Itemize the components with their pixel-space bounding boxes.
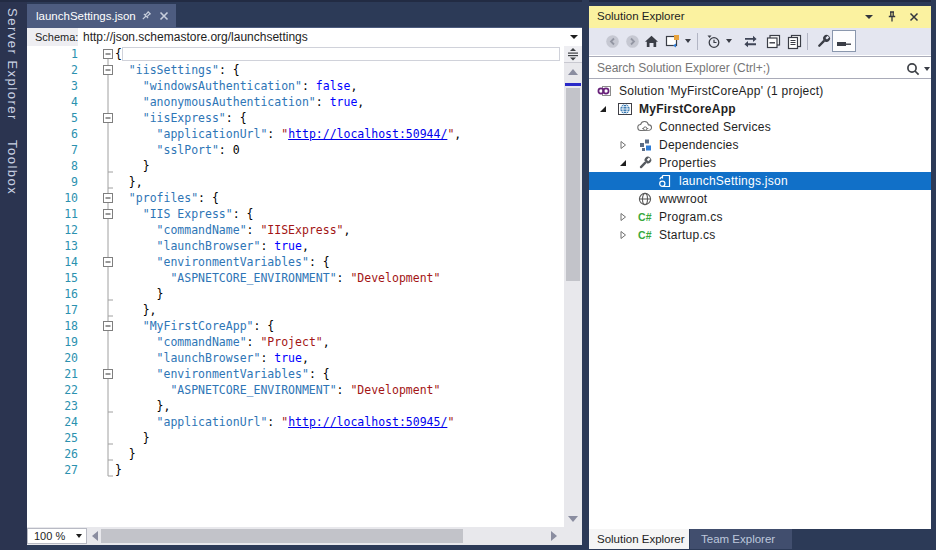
tree-item-properties[interactable]: Properties	[589, 154, 931, 172]
code-line[interactable]: },	[115, 174, 461, 190]
code-line[interactable]: }	[115, 286, 461, 302]
editor-vertical-scrollbar[interactable]	[564, 46, 582, 527]
chevron-down-icon[interactable]	[570, 35, 578, 39]
code-line[interactable]: "iisExpress": {	[115, 110, 461, 126]
code-line[interactable]: "anonymousAuthentication": true,	[115, 94, 461, 110]
code-line[interactable]: "applicationUrl": "http://localhost:5094…	[115, 126, 461, 142]
code-line[interactable]: "profiles": {	[115, 190, 461, 206]
tree-item-solution-myfirstcoreapp-1-project[interactable]: Solution 'MyFirstCoreApp' (1 project)	[589, 82, 931, 100]
code-line[interactable]: "sslPort": 0	[115, 142, 461, 158]
sidebar-tab-toolbox[interactable]: Toolbox	[5, 140, 20, 195]
search-box[interactable]: Search Solution Explorer (Ctrl+;)	[589, 56, 931, 79]
code-line[interactable]: }	[115, 446, 461, 462]
window-position-icon[interactable]	[861, 9, 877, 25]
code-token	[115, 63, 129, 77]
collapsed-arrow-icon[interactable]	[618, 230, 628, 240]
code-token: "Project"	[260, 335, 322, 349]
pending-changes-filter-icon[interactable]	[705, 33, 722, 50]
code-token: "ASPNETCORE_ENVIRONMENT"	[170, 383, 336, 397]
code-line[interactable]: "IIS Express": {	[115, 206, 461, 222]
tree-item-program-cs[interactable]: C#Program.cs	[589, 208, 931, 226]
tree-item-connected-services[interactable]: Connected Services	[589, 118, 931, 136]
search-icon[interactable]	[905, 61, 921, 77]
document-tab-launchsettings[interactable]: launchSettings.json	[27, 4, 176, 28]
code-token: ,	[302, 239, 309, 253]
horizontal-scrollbar-thumb[interactable]	[101, 529, 463, 543]
switch-views-icon[interactable]	[664, 33, 681, 50]
code-line[interactable]: {	[115, 46, 461, 62]
code-token: ,	[323, 335, 330, 349]
chevron-down-icon[interactable]	[726, 39, 732, 43]
pin-icon[interactable]	[884, 9, 900, 25]
code-token: "windowsAuthentication"	[143, 79, 302, 93]
code-token: false	[316, 79, 351, 93]
tree-item-startup-cs[interactable]: C#Startup.cs	[589, 226, 931, 244]
code-editor[interactable]: 1234567891011121314151617181920212223242…	[27, 46, 564, 527]
code-token: :	[219, 143, 233, 157]
solution-explorer-titlebar[interactable]: Solution Explorer	[589, 6, 931, 28]
scroll-right-arrow[interactable]	[551, 531, 557, 541]
close-icon[interactable]	[157, 9, 171, 23]
code-line[interactable]: "windowsAuthentication": false,	[115, 78, 461, 94]
forward-icon[interactable]	[624, 33, 641, 50]
scroll-left-arrow[interactable]	[92, 531, 98, 541]
search-input[interactable]: Search Solution Explorer (Ctrl+;)	[597, 61, 770, 75]
scroll-down-arrow[interactable]	[568, 516, 578, 522]
collapsed-arrow-icon[interactable]	[618, 212, 628, 222]
close-icon[interactable]	[906, 9, 922, 25]
chevron-down-icon[interactable]	[76, 534, 82, 538]
collapse-all-icon[interactable]	[765, 33, 782, 50]
dependencies-icon	[637, 137, 653, 153]
code-token: :	[302, 79, 316, 93]
code-token	[115, 271, 170, 285]
expanded-arrow-icon[interactable]	[618, 158, 628, 168]
tab-solution-explorer[interactable]: Solution Explorer	[589, 529, 689, 549]
code-line[interactable]: }	[115, 158, 461, 174]
code-line[interactable]: "ASPNETCORE_ENVIRONMENT": "Development"	[115, 270, 461, 286]
schema-combobox[interactable]: http://json.schemastore.org/launchsettin…	[78, 28, 582, 46]
code-line[interactable]: "launchBrowser": true,	[115, 238, 461, 254]
tree-item-myfirstcoreapp[interactable]: MyFirstCoreApp	[589, 100, 931, 118]
code-line[interactable]: },	[115, 398, 461, 414]
code-token: "IISExpress"	[260, 223, 343, 237]
code-token	[115, 223, 157, 237]
home-icon[interactable]	[643, 33, 660, 50]
zoom-combobox[interactable]: 100 %	[27, 528, 87, 544]
code-line[interactable]: "applicationUrl": "http://localhost:5094…	[115, 414, 461, 430]
tree-item-launchsettings-json[interactable]: launchSettings.json	[589, 172, 931, 190]
code-folding-margin[interactable]	[27, 46, 115, 527]
code-token: "MyFirstCoreApp"	[143, 319, 254, 333]
code-line[interactable]: "iisSettings": {	[115, 62, 461, 78]
code-line[interactable]: }	[115, 462, 461, 478]
code-line[interactable]: }	[115, 430, 461, 446]
code-line[interactable]: "MyFirstCoreApp": {	[115, 318, 461, 334]
back-icon[interactable]	[604, 33, 621, 50]
sidebar-tab-server-explorer[interactable]: Server Explorer	[5, 8, 20, 121]
code-text[interactable]: { "iisSettings": { "windowsAuthenticatio…	[115, 46, 461, 478]
chevron-down-icon[interactable]	[924, 67, 930, 71]
code-line[interactable]: "commandName": "IISExpress",	[115, 222, 461, 238]
chevron-down-icon[interactable]	[685, 39, 691, 43]
editor-splitter-handle[interactable]	[564, 46, 582, 63]
code-line[interactable]: "ASPNETCORE_ENVIRONMENT": "Development"	[115, 382, 461, 398]
code-token: :	[316, 95, 330, 109]
preview-selected-toggle-icon[interactable]	[832, 30, 856, 52]
tab-team-explorer[interactable]: Team Explorer	[690, 529, 792, 549]
code-line[interactable]: "commandName": "Project",	[115, 334, 461, 350]
properties-icon[interactable]	[815, 33, 832, 50]
pin-icon[interactable]	[139, 9, 153, 23]
collapsed-arrow-icon[interactable]	[618, 140, 628, 150]
code-token	[115, 319, 143, 333]
tree-item-dependencies[interactable]: Dependencies	[589, 136, 931, 154]
tree-item-wwwroot[interactable]: wwwroot	[589, 190, 931, 208]
code-line[interactable]: "environmentVariables": {	[115, 254, 461, 270]
code-line[interactable]: "launchBrowser": true,	[115, 350, 461, 366]
code-line[interactable]: },	[115, 302, 461, 318]
sync-icon[interactable]	[742, 33, 759, 50]
scroll-up-arrow[interactable]	[568, 69, 578, 75]
copy-icon[interactable]	[786, 33, 803, 50]
vertical-scrollbar-thumb[interactable]	[566, 88, 580, 281]
code-token: },	[115, 303, 157, 317]
code-line[interactable]: "environmentVariables": {	[115, 366, 461, 382]
expanded-arrow-icon[interactable]	[598, 104, 608, 114]
